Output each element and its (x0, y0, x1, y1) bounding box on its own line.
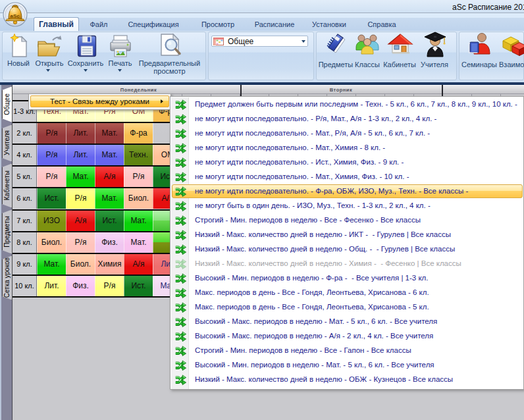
svg-text:aSc: aSc (11, 13, 20, 19)
